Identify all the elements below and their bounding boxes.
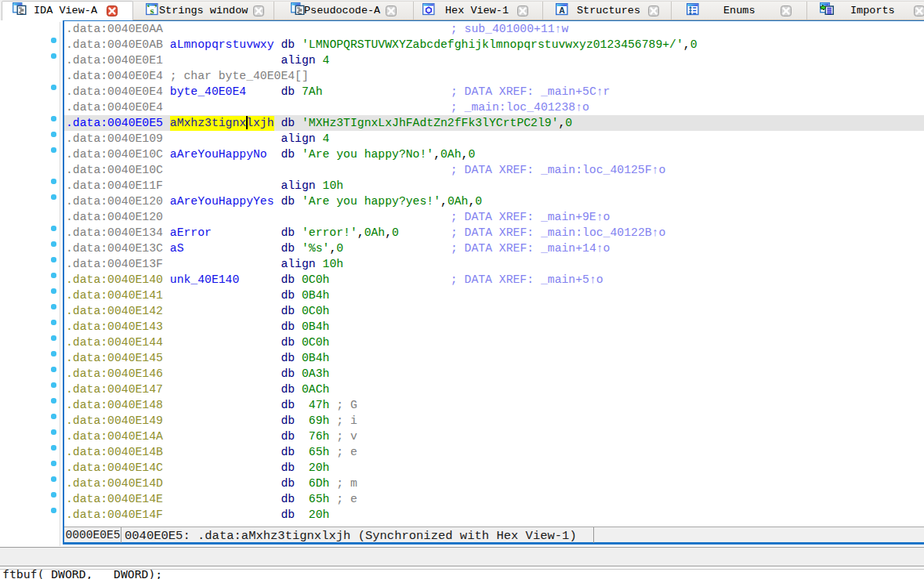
svg-text:’: ’ [154, 3, 157, 13]
svg-text:A: A [559, 5, 565, 15]
